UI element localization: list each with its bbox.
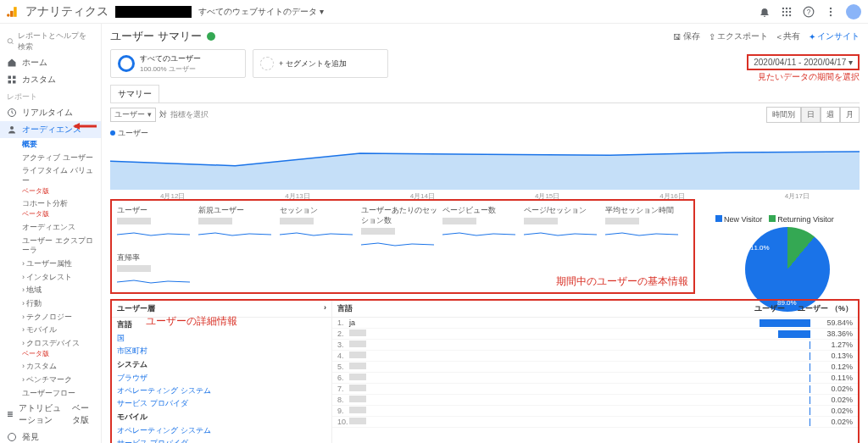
select-metric[interactable]: 指標を選択	[170, 109, 209, 120]
svg-rect-0	[14, 7, 17, 17]
svg-point-3	[782, 7, 784, 8]
share-button[interactable]: < 共有	[776, 31, 800, 42]
metric-dropdown[interactable]: ユーザー ▾	[110, 108, 156, 122]
save-button[interactable]: 🖫 保存	[673, 31, 700, 42]
more-icon[interactable]	[824, 5, 837, 19]
table-row[interactable]: 10.0.02%	[332, 417, 858, 428]
link-browser[interactable]: ブラウザ	[112, 372, 331, 385]
metric-card[interactable]: 平均セッション時間	[604, 204, 685, 252]
time-week[interactable]: 週	[821, 107, 840, 123]
svg-rect-22	[13, 80, 16, 84]
page-title: ユーザー サマリー	[110, 29, 202, 44]
link-country[interactable]: 国	[112, 332, 331, 345]
table-row[interactable]: 2.38.36%	[332, 329, 858, 340]
nav-user-flow[interactable]: ユーザーフロー	[0, 387, 101, 401]
avatar[interactable]	[846, 4, 861, 19]
app-header: アナリティクス すべてのウェブサイトのデータ ▾ ?	[0, 0, 868, 24]
nav-discover[interactable]: 発見	[0, 429, 101, 443]
svg-point-17	[8, 39, 12, 43]
table-row[interactable]: 7.0.02%	[332, 384, 858, 395]
nav-overview[interactable]: 概要	[0, 138, 101, 152]
sidebar: レポートとヘルプを検索 ホーム カスタム レポート リアルタイム オーディエンス…	[0, 24, 102, 443]
metric-card[interactable]: ユーザー	[115, 204, 197, 252]
metric-card[interactable]: ページ/セッション	[522, 204, 604, 252]
svg-point-11	[789, 14, 791, 15]
table-row[interactable]: 9.0.02%	[332, 406, 858, 417]
table-row[interactable]: 3.1.27%	[332, 340, 858, 351]
nav-benchmark[interactable]: › ベンチマーク	[0, 374, 101, 387]
nav-audience[interactable]: オーディエンス	[0, 121, 101, 138]
table-row[interactable]: 8.0.02%	[332, 395, 858, 406]
notifications-icon[interactable]	[758, 5, 771, 19]
svg-point-4	[786, 7, 787, 8]
metric-card[interactable]: セッション	[278, 204, 359, 252]
nav-technology[interactable]: › テクノロジー	[0, 311, 101, 324]
vs-label: 対	[159, 109, 167, 120]
table-row[interactable]: 1.ja59.84%	[332, 318, 858, 329]
export-button[interactable]: ⇪ エクスポート	[709, 31, 768, 42]
svg-point-10	[786, 14, 787, 15]
svg-point-16	[830, 14, 832, 15]
svg-point-6	[782, 10, 784, 12]
verify-check-icon	[207, 32, 215, 41]
time-day[interactable]: 日	[801, 107, 821, 123]
apps-icon[interactable]	[780, 5, 793, 19]
detail-box: ユーザー層› 言語 国 市区町村 システム ブラウザ オペレーティング システム…	[110, 299, 860, 443]
add-segment-button[interactable]: + セグメントを追加	[253, 49, 388, 78]
search-input[interactable]: レポートとヘルプを検索	[0, 29, 101, 54]
time-hourly[interactable]: 時間別	[766, 107, 801, 123]
view-selector[interactable]: すべてのウェブサイトのデータ ▾	[198, 6, 324, 18]
nav-custom2[interactable]: › カスタム	[0, 360, 101, 374]
nav-cross-device[interactable]: › クロスデバイスベータ版	[0, 337, 101, 360]
insights-button[interactable]: ✦ インサイト	[809, 31, 860, 42]
date-range-picker[interactable]: 2020/04/11 - 2020/04/17 ▾	[747, 54, 860, 70]
table-row[interactable]: 4.0.13%	[332, 351, 858, 362]
svg-rect-21	[8, 80, 12, 84]
nav-audiences[interactable]: オーディエンス	[0, 221, 101, 235]
svg-line-18	[12, 42, 14, 44]
sec-system: システム	[112, 357, 331, 372]
detail-annotation: ユーザーの詳細情報	[146, 314, 237, 329]
metric-card[interactable]: 直帰率	[115, 252, 197, 289]
link-city[interactable]: 市区町村	[112, 345, 331, 357]
table-row[interactable]: 5.0.12%	[332, 362, 858, 373]
nav-mobile[interactable]: › モバイル	[0, 324, 101, 337]
nav-cohort[interactable]: コホート分析ベータ版	[0, 197, 101, 220]
link-sp2[interactable]: サービス プロバイダ	[112, 437, 331, 443]
nav-behavior[interactable]: › 行動	[0, 297, 101, 311]
nav-interest[interactable]: › インタレスト	[0, 271, 101, 285]
metric-card[interactable]: 新規ユーザー	[197, 204, 278, 252]
nav-user-explorer[interactable]: ユーザー エクスプローラ	[0, 235, 101, 257]
table-row[interactable]: 6.0.11%	[332, 373, 858, 384]
line-chart: ユーザー 4月12日4月13日4月14日4月15日4月16日4月17日	[110, 128, 860, 194]
metric-card[interactable]: ページビュー数	[441, 204, 522, 252]
svg-rect-20	[13, 76, 16, 80]
segment-all-users[interactable]: すべてのユーザー100.00% ユーザー	[110, 49, 246, 78]
col-user: ユーザー	[734, 303, 785, 314]
svg-rect-19	[8, 76, 12, 80]
nav-geo[interactable]: › 地域	[0, 284, 101, 297]
nav-attribution[interactable]: アトリビューションベータ版	[0, 400, 101, 429]
svg-marker-26	[73, 123, 80, 130]
col-language: 言語	[337, 303, 734, 314]
nav-user-attr[interactable]: › ユーザー属性	[0, 257, 101, 271]
metric-card[interactable]: ユーザーあたりのセッション数	[359, 204, 441, 252]
nav-custom[interactable]: カスタム	[0, 71, 101, 88]
nav-lifetime-value[interactable]: ライフタイム バリューベータ版	[0, 164, 101, 197]
help-icon[interactable]: ?	[802, 5, 815, 19]
link-sp[interactable]: サービス プロバイダ	[112, 397, 331, 410]
svg-point-24	[10, 126, 14, 130]
nav-active-users[interactable]: アクティブ ユーザー	[0, 152, 101, 165]
svg-point-5	[789, 7, 791, 8]
nav-home[interactable]: ホーム	[0, 54, 101, 71]
metrics-annotation: 期間中のユーザーの基本情報	[556, 274, 688, 289]
link-os[interactable]: オペレーティング システム	[112, 385, 331, 397]
link-os2[interactable]: オペレーティング システム	[112, 424, 331, 437]
nav-realtime[interactable]: リアルタイム	[0, 104, 101, 121]
nav-section-reports: レポート	[0, 88, 101, 104]
tab-summary[interactable]: サマリー	[110, 85, 159, 102]
time-month[interactable]: 月	[840, 107, 860, 123]
metrics-summary-box: ユーザー新規ユーザーセッションユーザーあたりのセッション数ページビュー数ページ/…	[110, 199, 695, 294]
svg-point-8	[789, 10, 791, 12]
svg-point-15	[830, 10, 832, 12]
